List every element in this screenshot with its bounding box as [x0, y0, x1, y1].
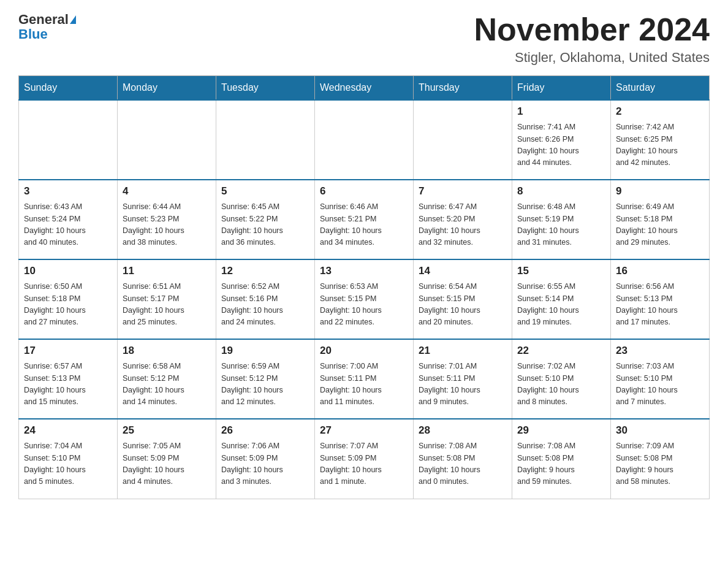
- day-number: 5: [221, 185, 309, 197]
- calendar-cell: 9Sunrise: 6:49 AM Sunset: 5:18 PM Daylig…: [611, 180, 710, 259]
- logo: General Blue: [18, 12, 76, 42]
- day-info: Sunrise: 7:06 AM Sunset: 5:09 PM Dayligh…: [221, 440, 309, 488]
- calendar-cell: 20Sunrise: 7:00 AM Sunset: 5:11 PM Dayli…: [315, 339, 414, 419]
- calendar-table: SundayMondayTuesdayWednesdayThursdayFrid…: [18, 75, 710, 499]
- day-number: 14: [419, 265, 507, 277]
- day-info: Sunrise: 6:55 AM Sunset: 5:14 PM Dayligh…: [517, 281, 605, 329]
- calendar-cell: 6Sunrise: 6:46 AM Sunset: 5:21 PM Daylig…: [315, 180, 414, 259]
- day-number: 7: [419, 185, 507, 197]
- day-number: 25: [123, 424, 211, 437]
- calendar-cell: 22Sunrise: 7:02 AM Sunset: 5:10 PM Dayli…: [512, 339, 611, 419]
- calendar-cell: 8Sunrise: 6:48 AM Sunset: 5:19 PM Daylig…: [512, 180, 611, 259]
- day-number: 9: [616, 185, 704, 197]
- weekday-header-thursday: Thursday: [414, 76, 512, 101]
- day-info: Sunrise: 6:43 AM Sunset: 5:24 PM Dayligh…: [24, 201, 112, 249]
- weekday-header-wednesday: Wednesday: [315, 76, 414, 101]
- day-info: Sunrise: 7:03 AM Sunset: 5:10 PM Dayligh…: [616, 361, 704, 408]
- day-info: Sunrise: 7:09 AM Sunset: 5:08 PM Dayligh…: [616, 440, 704, 488]
- week-row-3: 10Sunrise: 6:50 AM Sunset: 5:18 PM Dayli…: [19, 259, 710, 339]
- week-row-1: 1Sunrise: 7:41 AM Sunset: 6:26 PM Daylig…: [19, 100, 710, 180]
- day-info: Sunrise: 7:08 AM Sunset: 5:08 PM Dayligh…: [419, 440, 507, 488]
- day-info: Sunrise: 6:53 AM Sunset: 5:15 PM Dayligh…: [320, 281, 408, 329]
- day-info: Sunrise: 6:47 AM Sunset: 5:20 PM Dayligh…: [419, 201, 507, 249]
- calendar-cell: [19, 100, 118, 180]
- day-number: 23: [616, 345, 704, 357]
- calendar-cell: 26Sunrise: 7:06 AM Sunset: 5:09 PM Dayli…: [216, 419, 315, 499]
- weekday-header-saturday: Saturday: [611, 76, 710, 101]
- weekday-header-monday: Monday: [118, 76, 216, 101]
- day-info: Sunrise: 7:07 AM Sunset: 5:09 PM Dayligh…: [320, 440, 408, 488]
- day-number: 3: [24, 185, 112, 197]
- calendar-cell: 18Sunrise: 6:58 AM Sunset: 5:12 PM Dayli…: [118, 339, 216, 419]
- calendar-cell: 7Sunrise: 6:47 AM Sunset: 5:20 PM Daylig…: [414, 180, 512, 259]
- logo-blue: Blue: [18, 27, 48, 42]
- day-info: Sunrise: 7:05 AM Sunset: 5:09 PM Dayligh…: [123, 440, 211, 488]
- day-info: Sunrise: 7:41 AM Sunset: 6:26 PM Dayligh…: [517, 121, 605, 169]
- day-info: Sunrise: 7:00 AM Sunset: 5:11 PM Dayligh…: [320, 361, 408, 408]
- day-info: Sunrise: 6:50 AM Sunset: 5:18 PM Dayligh…: [24, 281, 112, 329]
- calendar-cell: [414, 100, 512, 180]
- day-number: 2: [616, 105, 704, 118]
- calendar-cell: 4Sunrise: 6:44 AM Sunset: 5:23 PM Daylig…: [118, 180, 216, 259]
- logo-arrow-icon: [70, 15, 76, 24]
- day-info: Sunrise: 6:56 AM Sunset: 5:13 PM Dayligh…: [616, 281, 704, 329]
- calendar-cell: [315, 100, 414, 180]
- calendar-cell: [216, 100, 315, 180]
- day-info: Sunrise: 6:48 AM Sunset: 5:19 PM Dayligh…: [517, 201, 605, 249]
- day-number: 26: [221, 424, 309, 437]
- day-number: 27: [320, 424, 408, 437]
- day-info: Sunrise: 7:08 AM Sunset: 5:08 PM Dayligh…: [517, 440, 605, 488]
- calendar-cell: 3Sunrise: 6:43 AM Sunset: 5:24 PM Daylig…: [19, 180, 118, 259]
- day-number: 29: [517, 424, 605, 437]
- day-info: Sunrise: 6:57 AM Sunset: 5:13 PM Dayligh…: [24, 361, 112, 408]
- day-info: Sunrise: 7:42 AM Sunset: 6:25 PM Dayligh…: [616, 121, 704, 169]
- day-info: Sunrise: 7:04 AM Sunset: 5:10 PM Dayligh…: [24, 440, 112, 488]
- calendar-cell: 14Sunrise: 6:54 AM Sunset: 5:15 PM Dayli…: [414, 259, 512, 339]
- calendar-cell: 24Sunrise: 7:04 AM Sunset: 5:10 PM Dayli…: [19, 419, 118, 499]
- weekday-header-sunday: Sunday: [19, 76, 118, 101]
- day-info: Sunrise: 6:44 AM Sunset: 5:23 PM Dayligh…: [123, 201, 211, 249]
- calendar-cell: 17Sunrise: 6:57 AM Sunset: 5:13 PM Dayli…: [19, 339, 118, 419]
- day-info: Sunrise: 6:52 AM Sunset: 5:16 PM Dayligh…: [221, 281, 309, 329]
- calendar-cell: [118, 100, 216, 180]
- day-number: 13: [320, 265, 408, 277]
- day-number: 30: [616, 424, 704, 437]
- header: General Blue November 2024 Stigler, Okla…: [18, 12, 710, 66]
- week-row-4: 17Sunrise: 6:57 AM Sunset: 5:13 PM Dayli…: [19, 339, 710, 419]
- calendar-cell: 11Sunrise: 6:51 AM Sunset: 5:17 PM Dayli…: [118, 259, 216, 339]
- title-block: November 2024 Stigler, Oklahoma, United …: [474, 12, 710, 66]
- calendar-cell: 1Sunrise: 7:41 AM Sunset: 6:26 PM Daylig…: [512, 100, 611, 180]
- calendar-cell: 16Sunrise: 6:56 AM Sunset: 5:13 PM Dayli…: [611, 259, 710, 339]
- calendar-cell: 2Sunrise: 7:42 AM Sunset: 6:25 PM Daylig…: [611, 100, 710, 180]
- day-number: 11: [123, 265, 211, 277]
- calendar-cell: 23Sunrise: 7:03 AM Sunset: 5:10 PM Dayli…: [611, 339, 710, 419]
- week-row-2: 3Sunrise: 6:43 AM Sunset: 5:24 PM Daylig…: [19, 180, 710, 259]
- month-title: November 2024: [474, 12, 710, 47]
- day-number: 15: [517, 265, 605, 277]
- day-number: 17: [24, 345, 112, 357]
- weekday-header-row: SundayMondayTuesdayWednesdayThursdayFrid…: [19, 76, 710, 101]
- day-info: Sunrise: 6:51 AM Sunset: 5:17 PM Dayligh…: [123, 281, 211, 329]
- day-number: 6: [320, 185, 408, 197]
- day-info: Sunrise: 6:59 AM Sunset: 5:12 PM Dayligh…: [221, 361, 309, 408]
- calendar-cell: 5Sunrise: 6:45 AM Sunset: 5:22 PM Daylig…: [216, 180, 315, 259]
- day-number: 19: [221, 345, 309, 357]
- calendar-cell: 10Sunrise: 6:50 AM Sunset: 5:18 PM Dayli…: [19, 259, 118, 339]
- week-row-5: 24Sunrise: 7:04 AM Sunset: 5:10 PM Dayli…: [19, 419, 710, 499]
- day-info: Sunrise: 6:49 AM Sunset: 5:18 PM Dayligh…: [616, 201, 704, 249]
- calendar-cell: 13Sunrise: 6:53 AM Sunset: 5:15 PM Dayli…: [315, 259, 414, 339]
- weekday-header-tuesday: Tuesday: [216, 76, 315, 101]
- weekday-header-friday: Friday: [512, 76, 611, 101]
- day-number: 28: [419, 424, 507, 437]
- logo-general: General: [18, 12, 69, 27]
- day-info: Sunrise: 6:46 AM Sunset: 5:21 PM Dayligh…: [320, 201, 408, 249]
- day-info: Sunrise: 7:01 AM Sunset: 5:11 PM Dayligh…: [419, 361, 507, 408]
- day-number: 16: [616, 265, 704, 277]
- day-info: Sunrise: 6:58 AM Sunset: 5:12 PM Dayligh…: [123, 361, 211, 408]
- day-info: Sunrise: 6:45 AM Sunset: 5:22 PM Dayligh…: [221, 201, 309, 249]
- day-number: 4: [123, 185, 211, 197]
- calendar-cell: 30Sunrise: 7:09 AM Sunset: 5:08 PM Dayli…: [611, 419, 710, 499]
- calendar-cell: 19Sunrise: 6:59 AM Sunset: 5:12 PM Dayli…: [216, 339, 315, 419]
- day-number: 8: [517, 185, 605, 197]
- day-number: 12: [221, 265, 309, 277]
